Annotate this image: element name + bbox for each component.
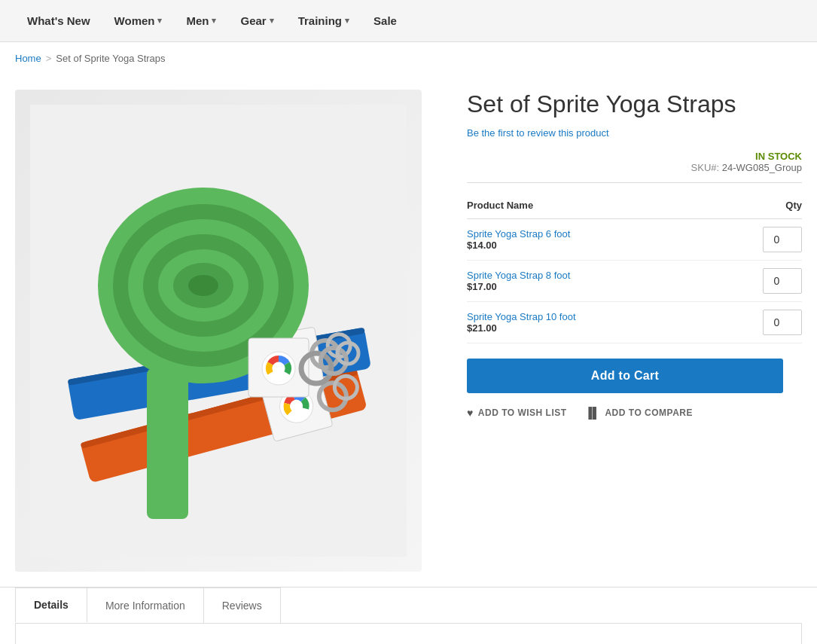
product-image-column	[15, 90, 437, 572]
col-header-name: Product Name	[467, 192, 713, 219]
main-nav: What's New Women ▾ Men ▾ Gear ▾ Training…	[0, 0, 817, 42]
chevron-down-icon: ▾	[212, 16, 216, 26]
sku-value: 24-WG085_Group	[722, 162, 802, 173]
nav-gear[interactable]: Gear ▾	[228, 0, 285, 41]
col-header-qty: Qty	[713, 192, 802, 219]
wishlist-label: ADD TO WISH LIST	[478, 407, 567, 418]
product-price-cell: $21.00	[467, 322, 713, 334]
sku-line: SKU#: 24-WG085_Group	[467, 162, 802, 173]
product-image	[15, 90, 422, 572]
product-name-cell: Sprite Yoga Strap 10 foot	[467, 311, 713, 322]
breadcrumb: Home > Set of Sprite Yoga Straps	[0, 42, 817, 75]
product-page: Set of Sprite Yoga Straps Be the first t…	[0, 75, 817, 587]
table-row: Sprite Yoga Strap 6 foot $14.00	[467, 219, 802, 261]
nav-sale[interactable]: Sale	[361, 0, 409, 41]
nav-women[interactable]: Women ▾	[102, 0, 175, 41]
add-to-wishlist-link[interactable]: ♥ ADD TO WISH LIST	[467, 407, 567, 419]
compare-label: ADD TO COMPARE	[605, 407, 693, 418]
svg-rect-20	[147, 368, 188, 519]
tabs-content	[15, 623, 802, 644]
sku-label: SKU#:	[691, 162, 720, 173]
table-row: Sprite Yoga Strap 10 foot $21.00	[467, 302, 802, 343]
product-price-cell: $14.00	[467, 240, 713, 251]
breadcrumb-separator: >	[46, 53, 52, 64]
tabs-header: DetailsMore InformationReviews	[15, 588, 802, 623]
review-link[interactable]: Be the first to review this product	[467, 127, 802, 139]
product-variants-table: Product Name Qty Sprite Yoga Strap 6 foo…	[467, 192, 802, 343]
nav-training[interactable]: Training ▾	[286, 0, 361, 41]
compare-icon: ▐▌	[585, 407, 601, 419]
qty-input-0[interactable]	[763, 227, 802, 252]
product-title: Set of Sprite Yoga Straps	[467, 90, 802, 118]
chevron-down-icon: ▾	[345, 16, 349, 26]
tabs-section: DetailsMore InformationReviews	[0, 587, 817, 644]
nav-men[interactable]: Men ▾	[174, 0, 228, 41]
nav-whats-new[interactable]: What's New	[15, 0, 102, 41]
tab-details[interactable]: Details	[15, 588, 87, 623]
chevron-down-icon: ▾	[157, 16, 162, 26]
stock-badge: IN STOCK	[467, 151, 802, 162]
product-name-cell: Sprite Yoga Strap 8 foot	[467, 270, 713, 281]
table-row: Sprite Yoga Strap 8 foot $17.00	[467, 261, 802, 302]
tab-reviews[interactable]: Reviews	[203, 588, 281, 623]
add-to-compare-link[interactable]: ▐▌ ADD TO COMPARE	[585, 407, 693, 419]
qty-input-2[interactable]	[763, 310, 802, 335]
product-name-cell: Sprite Yoga Strap 6 foot	[467, 228, 713, 240]
tab-more-information[interactable]: More Information	[87, 588, 204, 623]
stock-sku-section: IN STOCK SKU#: 24-WG085_Group	[467, 151, 802, 183]
heart-icon: ♥	[467, 407, 474, 419]
add-to-cart-button[interactable]: Add to Cart	[467, 359, 783, 393]
action-links: ♥ ADD TO WISH LIST ▐▌ ADD TO COMPARE	[467, 407, 802, 419]
product-price-cell: $17.00	[467, 281, 713, 292]
chevron-down-icon: ▾	[270, 16, 274, 26]
svg-point-19	[188, 275, 218, 296]
product-info-column: Set of Sprite Yoga Straps Be the first t…	[467, 90, 802, 572]
breadcrumb-home[interactable]: Home	[15, 53, 41, 64]
breadcrumb-current: Set of Sprite Yoga Straps	[56, 53, 165, 64]
qty-input-1[interactable]	[763, 268, 802, 294]
